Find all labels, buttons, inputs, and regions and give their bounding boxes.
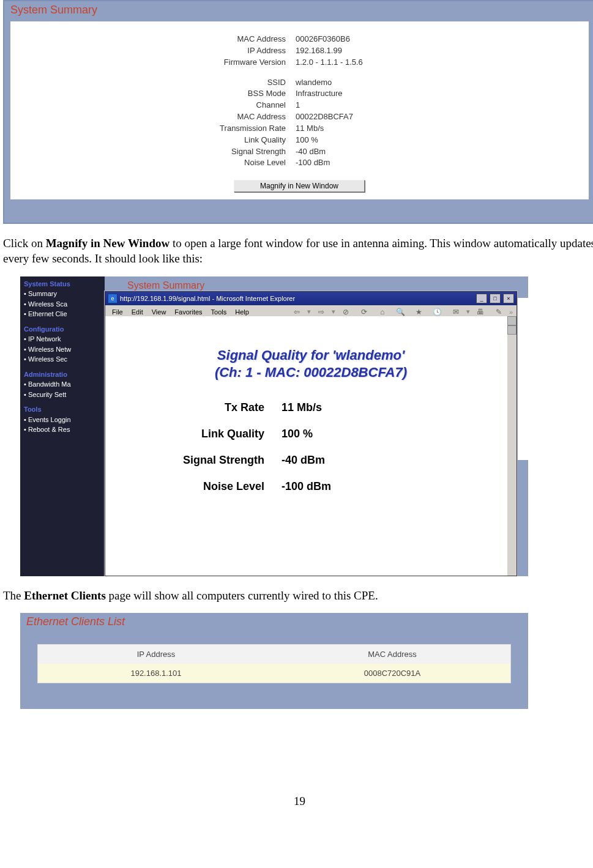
table-header: IP Address MAC Address (38, 645, 510, 664)
more-icon[interactable]: » (508, 308, 514, 316)
summary-body: MAC Address00026F0360B6 IP Address192.16… (10, 21, 589, 199)
nav-item[interactable]: Reboot & Res (24, 425, 101, 435)
signal-table: Tx Rate11 Mb/s Link Quality100 % Signal … (105, 401, 517, 493)
cell-ip: 192.168.1.101 (38, 669, 274, 678)
kv-row: Link Quality100 % (17, 135, 583, 146)
menu-edit[interactable]: Edit (127, 308, 147, 316)
nav-heading: System Status (24, 279, 101, 289)
kv-row: MAC Address00026F0360B6 (17, 34, 583, 45)
signal-heading: Signal Quality for 'wlandemo' (Ch: 1 - M… (105, 347, 517, 382)
menu-view[interactable]: View (147, 308, 171, 316)
cell-mac: 0008C720C91A (274, 669, 510, 678)
menu-help[interactable]: Help (231, 308, 288, 316)
col-mac: MAC Address (274, 650, 510, 659)
ie-icon: e (108, 294, 117, 303)
close-button[interactable]: × (503, 294, 514, 303)
menu-file[interactable]: File (108, 308, 127, 316)
kv-row: SSIDwlandemo (17, 77, 583, 89)
paragraph-ethernet: The Ethernet Clients page will show all … (3, 588, 593, 604)
system-summary-panel: System Summary MAC Address00026F0360B6 I… (3, 0, 593, 224)
nav-item[interactable]: Wireless Sec (24, 354, 101, 365)
kv-row: Signal Strength-40 dBm (17, 146, 583, 158)
kv-row: Noise Level-100 dBm (17, 157, 583, 169)
nav-item[interactable]: IP Network (24, 334, 101, 344)
page-title: System Summary (127, 280, 204, 291)
kv-row: BSS ModeInfrastructure (17, 88, 583, 100)
nav-item[interactable]: Summary (24, 289, 101, 299)
menu-favorites[interactable]: Favorites (170, 308, 206, 316)
scrollbar[interactable] (507, 316, 517, 576)
nav-item[interactable]: Bandwidth Ma (24, 379, 101, 390)
sidebar-nav: System Status Summary Wireless Sca Ether… (20, 276, 105, 576)
signal-row: Noise Level-100 dBm (105, 480, 517, 493)
paragraph-magnify: Click on Magnify in New Window to open a… (3, 236, 593, 266)
browser-content: Signal Quality for 'wlandemo' (Ch: 1 - M… (105, 316, 517, 576)
ethernet-table: IP Address MAC Address 192.168.1.101 000… (37, 644, 511, 683)
window-title: http://192.168.1.99/signal.html - Micros… (120, 295, 295, 302)
nav-item[interactable]: Events Loggin (24, 415, 101, 425)
nav-item[interactable]: Wireless Netw (24, 344, 101, 355)
table-row: 192.168.1.101 0008C720C91A (38, 664, 510, 683)
panel-title: System Summary (4, 1, 593, 21)
window-titlebar: e http://192.168.1.99/signal.html - Micr… (105, 292, 517, 305)
panel-title: Ethernet Clients List (20, 613, 528, 633)
kv-row: Channel1 (17, 100, 583, 111)
kv-row: Transmission Rate11 Mb/s (17, 123, 583, 135)
kv-row: MAC Address00022D8BCFA7 (17, 111, 583, 123)
nav-item[interactable]: Security Sett (24, 390, 101, 400)
nav-heading: Configuratio (24, 324, 101, 335)
signal-row: Signal Strength-40 dBm (105, 454, 517, 467)
kv-row: Firmware Version1.2.0 - 1.1.1 - 1.5.6 (17, 57, 583, 69)
nav-item[interactable]: Ethernet Clie (24, 309, 101, 319)
signal-row: Link Quality100 % (105, 428, 517, 440)
col-ip: IP Address (38, 650, 274, 659)
browser-window: e http://192.168.1.99/signal.html - Micr… (105, 291, 517, 576)
signal-window-screenshot: System Status Summary Wireless Sca Ether… (20, 276, 528, 576)
minimize-button[interactable]: _ (476, 294, 487, 303)
menu-tools[interactable]: Tools (207, 308, 231, 316)
signal-row: Tx Rate11 Mb/s (105, 401, 517, 414)
page-number: 19 (3, 795, 593, 808)
nav-heading: Tools (24, 404, 101, 415)
nav-heading: Administratio (24, 369, 101, 380)
kv-row: IP Address192.168.1.99 (17, 45, 583, 57)
maximize-button[interactable]: □ (490, 294, 501, 303)
magnify-button[interactable]: Magnify in New Window (234, 180, 365, 192)
nav-item[interactable]: Wireless Sca (24, 299, 101, 310)
ethernet-clients-panel: Ethernet Clients List IP Address MAC Add… (20, 613, 528, 709)
